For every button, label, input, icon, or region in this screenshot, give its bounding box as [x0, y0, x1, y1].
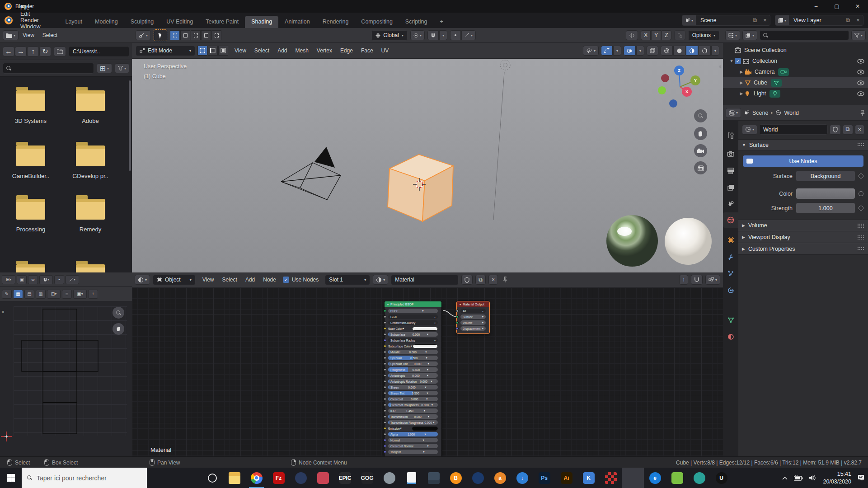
eye-icon[interactable] [857, 70, 864, 75]
shading-wireframe-button[interactable] [661, 46, 673, 56]
folder-item[interactable]: GDevelop pr.. [63, 140, 117, 179]
use-nodes-button[interactable]: Use Nodes [743, 155, 863, 167]
node-widget[interactable]: Transmission 0.000 ▾ [388, 414, 438, 419]
node-row[interactable]: Subsurface Radius ▾ [388, 338, 438, 343]
taskbar-app-icon-chrome[interactable] [245, 468, 267, 488]
editor-type-uv-icon[interactable]: ⊞▾ [2, 275, 15, 284]
folder-item[interactable]: Processing [4, 193, 58, 233]
input-socket[interactable] [384, 315, 386, 318]
node-widget[interactable]: Alpha 1.000 ▾ [388, 432, 438, 436]
uv-falloff-icon[interactable]: ▾ [66, 275, 79, 284]
node-widget[interactable]: Sheen 0.000 ▾ [388, 385, 438, 389]
mirror-x-button[interactable]: X [641, 30, 651, 40]
select-mode-intersect-button[interactable] [211, 30, 221, 40]
taskbar-app-icon-file-explorer[interactable] [223, 468, 245, 488]
node-row[interactable]: Volume ▾ [460, 320, 486, 325]
workspace-tab[interactable]: Sculpting [124, 16, 160, 28]
slot-dropdown[interactable]: Slot 1▾ [325, 275, 370, 285]
viewport-menu-item[interactable]: Add [273, 47, 291, 54]
proportional-editing-icon[interactable] [450, 30, 461, 40]
uv-tool-icon[interactable]: ✎ [2, 290, 12, 299]
workspace-tab[interactable]: + [433, 16, 449, 28]
material-browse-icon[interactable]: ▾ [373, 275, 388, 285]
scene-name[interactable]: Scene [696, 17, 750, 23]
material-copy-icon[interactable]: ⧉ [475, 275, 486, 285]
scene-copy-icon[interactable]: ⧉ [750, 17, 760, 24]
gizmos-dropdown[interactable]: ▾ [613, 46, 621, 56]
node-widget[interactable]: BSDF ▾ [388, 309, 438, 313]
taskbar-app-icon-gog[interactable]: GOG [356, 468, 378, 488]
select-mode-subtract-button[interactable] [191, 30, 201, 40]
drag-grip-icon[interactable] [857, 235, 864, 239]
taskbar-app-icon-steam[interactable] [290, 468, 312, 488]
view-layer-copy-icon[interactable]: ⧉ [843, 17, 853, 24]
node-row[interactable]: Alpha 1.000 ▾ [388, 432, 438, 437]
view-layer-name[interactable]: View Layer [789, 17, 843, 23]
input-socket[interactable] [384, 374, 386, 377]
input-socket[interactable] [384, 380, 386, 383]
strength-value-field[interactable]: 1.000 [796, 203, 855, 213]
surface-type-dropdown[interactable]: Background [796, 171, 855, 181]
node-widget[interactable]: GGX ▾ [388, 314, 438, 319]
drag-grip-icon[interactable] [857, 247, 864, 251]
select-box-tool-button[interactable] [154, 29, 167, 41]
uv-link-icon[interactable]: ∞ [28, 275, 38, 284]
animate-dot-icon[interactable] [859, 174, 863, 178]
color-swatch-field[interactable] [796, 188, 855, 199]
light-data-icon[interactable] [769, 90, 780, 98]
uv-expand-icon[interactable]: » [1, 309, 5, 315]
viewport-display-section-header[interactable]: ▶ Viewport Display [738, 231, 868, 243]
collapse-icon[interactable]: ▾ [387, 303, 389, 306]
node-header[interactable]: ▾ Principled BSDF [385, 301, 441, 307]
node-widget[interactable]: Displacement ▾ [460, 326, 486, 331]
taskbar-app-icon-unreal[interactable]: U [710, 468, 732, 488]
taskbar-app-icon-calculator[interactable] [422, 468, 445, 488]
use-nodes-checkbox[interactable]: ✓ [283, 277, 289, 283]
node-row[interactable]: Anisotropic 0.000 ▾ [388, 373, 438, 378]
gizmo-z-axis[interactable]: Z [674, 66, 684, 75]
node-widget[interactable]: Volume ▾ [460, 320, 486, 325]
tab-physics[interactable] [723, 282, 738, 298]
node-widget[interactable]: Subsurface Color ▾ [388, 344, 438, 348]
copy-id-icon[interactable]: ⧉ [843, 125, 853, 135]
transform-orientation-dropdown[interactable]: Global▾ [371, 30, 408, 41]
taskbar-app-icon-blender[interactable] [622, 468, 644, 488]
material-unlink-icon[interactable]: × [488, 275, 498, 285]
node-row[interactable]: Tangent ▾ [388, 449, 438, 455]
gizmo-neg-y-axis[interactable] [661, 74, 669, 82]
taskbar-app-icon-bitcoin[interactable]: B [445, 468, 467, 488]
collapse-icon[interactable]: ▼ [728, 59, 735, 63]
view-layer-icon[interactable]: ▾ [775, 15, 789, 25]
node-row[interactable]: GGX ▾ [388, 314, 438, 319]
animate-dot-icon[interactable] [859, 191, 863, 196]
node-widget[interactable]: Normal ▾ [388, 438, 438, 442]
surface-section-header[interactable]: ▼ Surface [738, 139, 868, 151]
input-socket[interactable] [384, 439, 386, 441]
workspace-tab[interactable]: Animation [278, 16, 316, 28]
outliner-collection-row[interactable]: ▼ ✓ Collection [723, 56, 868, 66]
uv-proportional-icon[interactable]: • [54, 275, 64, 284]
input-socket[interactable] [384, 427, 386, 430]
falloff-dropdown[interactable]: ▾ [461, 30, 476, 40]
battery-icon[interactable] [794, 475, 803, 481]
input-socket[interactable] [384, 386, 386, 389]
uv-grid-toggle[interactable]: ▦ [13, 290, 23, 299]
node-row[interactable]: Sheen Tint 0.500 ▾ [388, 390, 438, 396]
node-snap-icon[interactable] [691, 275, 703, 285]
node-row[interactable]: Roughness 0.400 ▾ [388, 367, 438, 372]
material-shield-icon[interactable] [461, 275, 473, 285]
tab-output[interactable] [723, 163, 738, 178]
start-button[interactable] [0, 468, 22, 488]
viewport-menu-item[interactable]: Face [357, 47, 377, 54]
folder-item[interactable]: Adobe [63, 85, 117, 124]
view-layer-selector[interactable]: ▾ View Layer ⧉ × [775, 15, 863, 26]
node-row[interactable]: Normal ▾ [388, 437, 438, 443]
mode-dropdown[interactable]: Edit Mode▾ [136, 46, 195, 56]
menu-item[interactable]: Edit [14, 11, 46, 17]
viewport-menu-item[interactable]: Edge [336, 47, 357, 54]
action-center-icon[interactable] [858, 474, 865, 481]
node-up-level-button[interactable]: ↑ [679, 275, 688, 285]
outliner-camera-row[interactable]: ▶ Camera [723, 66, 868, 77]
shading-material-button[interactable] [686, 46, 698, 56]
taskbar-app-icon-teal-app[interactable] [688, 468, 710, 488]
